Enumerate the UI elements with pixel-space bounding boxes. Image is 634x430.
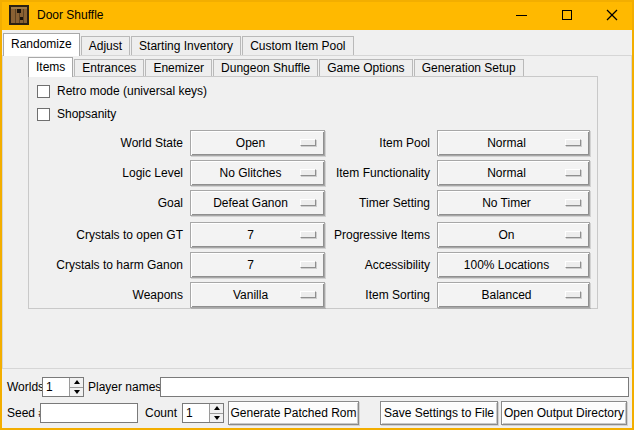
- logic-level-dropdown[interactable]: No Glitches: [190, 160, 325, 186]
- tab-items[interactable]: Items: [28, 57, 73, 77]
- dropdown-indicator-icon: [300, 291, 316, 298]
- window: Door Shuffle Randomize Adjust Starting I…: [0, 0, 634, 430]
- dropdown-indicator-icon: [300, 261, 316, 268]
- titlebar: Door Shuffle: [0, 0, 634, 30]
- tab-starting-inventory[interactable]: Starting Inventory: [131, 36, 241, 55]
- maximize-icon: [562, 10, 572, 20]
- spin-up-button[interactable]: [210, 404, 223, 414]
- count-spinbox[interactable]: [182, 403, 224, 423]
- minimize-icon: [516, 15, 527, 16]
- spin-down-button[interactable]: [210, 414, 223, 423]
- item-functionality-label: Item Functionality: [318, 160, 430, 186]
- worlds-label: Worlds: [7, 377, 44, 397]
- crystals-ganon-label: Crystals to harm Ganon: [20, 252, 183, 278]
- close-button[interactable]: [589, 0, 634, 30]
- logic-level-label: Logic Level: [20, 160, 183, 186]
- door-icon: [9, 5, 29, 25]
- crystals-gt-dropdown[interactable]: 7: [190, 222, 325, 248]
- worlds-input[interactable]: [43, 378, 69, 396]
- item-sorting-label: Item Sorting: [318, 282, 430, 308]
- tab-entrances[interactable]: Entrances: [74, 59, 144, 76]
- count-input[interactable]: [183, 404, 209, 422]
- tab-generation-setup[interactable]: Generation Setup: [414, 59, 524, 76]
- window-title: Door Shuffle: [37, 8, 104, 22]
- save-settings-button[interactable]: Save Settings to File: [380, 401, 498, 425]
- progressive-items-label: Progressive Items: [318, 222, 430, 248]
- tab-adjust[interactable]: Adjust: [81, 36, 130, 55]
- timer-setting-label: Timer Setting: [318, 190, 430, 216]
- spin-up-icon: [74, 380, 80, 384]
- item-pool-dropdown[interactable]: Normal: [437, 130, 590, 156]
- spin-down-icon: [74, 390, 80, 394]
- worlds-spin-arrows: [69, 378, 83, 396]
- retro-mode-checkbox[interactable]: [37, 85, 50, 98]
- count-label: Count: [145, 403, 177, 423]
- world-state-label: World State: [20, 130, 183, 156]
- goal-label: Goal: [20, 190, 183, 216]
- inner-tab-bar: Items Entrances Enemizer Dungeon Shuffle…: [28, 57, 525, 77]
- generate-rom-button[interactable]: Generate Patched Rom: [228, 401, 359, 425]
- goal-dropdown[interactable]: Defeat Ganon: [190, 190, 325, 216]
- crystals-gt-label: Crystals to open GT: [20, 222, 183, 248]
- dropdown-indicator-icon: [565, 169, 581, 176]
- seed-input[interactable]: [40, 403, 138, 423]
- dropdown-indicator-icon: [565, 291, 581, 298]
- tab-enemizer[interactable]: Enemizer: [145, 59, 212, 76]
- dropdown-indicator-icon: [565, 139, 581, 146]
- tab-randomize[interactable]: Randomize: [3, 33, 80, 56]
- spin-down-button[interactable]: [70, 388, 83, 397]
- progressive-items-dropdown[interactable]: On: [437, 222, 590, 248]
- accessibility-dropdown[interactable]: 100% Locations: [437, 252, 590, 278]
- shopsanity-row[interactable]: Shopsanity: [37, 108, 116, 121]
- dropdown-indicator-icon: [300, 199, 316, 206]
- count-spin-arrows: [209, 404, 223, 422]
- dropdown-indicator-icon: [565, 261, 581, 268]
- spin-up-icon: [214, 406, 220, 410]
- dropdown-indicator-icon: [300, 231, 316, 238]
- minimize-button[interactable]: [499, 0, 544, 30]
- item-sorting-dropdown[interactable]: Balanced: [437, 282, 590, 308]
- player-names-label: Player names: [88, 377, 161, 397]
- shopsanity-label[interactable]: Shopsanity: [57, 108, 116, 121]
- item-pool-label: Item Pool: [318, 130, 430, 156]
- crystals-ganon-dropdown[interactable]: 7: [190, 252, 325, 278]
- weapons-label: Weapons: [20, 282, 183, 308]
- retro-mode-row[interactable]: Retro mode (universal keys): [37, 85, 207, 98]
- tab-dungeon-shuffle[interactable]: Dungeon Shuffle: [213, 59, 318, 76]
- world-state-dropdown[interactable]: Open: [190, 130, 325, 156]
- outer-tab-bar: Randomize Adjust Starting Inventory Cust…: [3, 33, 355, 56]
- player-names-input[interactable]: [160, 377, 629, 397]
- maximize-button[interactable]: [544, 0, 589, 30]
- close-icon: [606, 9, 618, 21]
- worlds-spinbox[interactable]: [42, 377, 84, 397]
- window-controls: [499, 0, 634, 30]
- shopsanity-checkbox[interactable]: [37, 108, 50, 121]
- retro-mode-label[interactable]: Retro mode (universal keys): [57, 85, 207, 98]
- dropdown-indicator-icon: [565, 199, 581, 206]
- dropdown-indicator-icon: [565, 231, 581, 238]
- accessibility-label: Accessibility: [318, 252, 430, 278]
- tab-custom-item-pool[interactable]: Custom Item Pool: [242, 36, 353, 55]
- weapons-dropdown[interactable]: Vanilla: [190, 282, 325, 308]
- open-output-button[interactable]: Open Output Directory: [501, 401, 627, 425]
- item-functionality-dropdown[interactable]: Normal: [437, 160, 590, 186]
- tab-game-options[interactable]: Game Options: [319, 59, 412, 76]
- spin-down-icon: [214, 416, 220, 420]
- dropdown-indicator-icon: [300, 169, 316, 176]
- dropdown-indicator-icon: [300, 139, 316, 146]
- timer-setting-dropdown[interactable]: No Timer: [437, 190, 590, 216]
- spin-up-button[interactable]: [70, 378, 83, 388]
